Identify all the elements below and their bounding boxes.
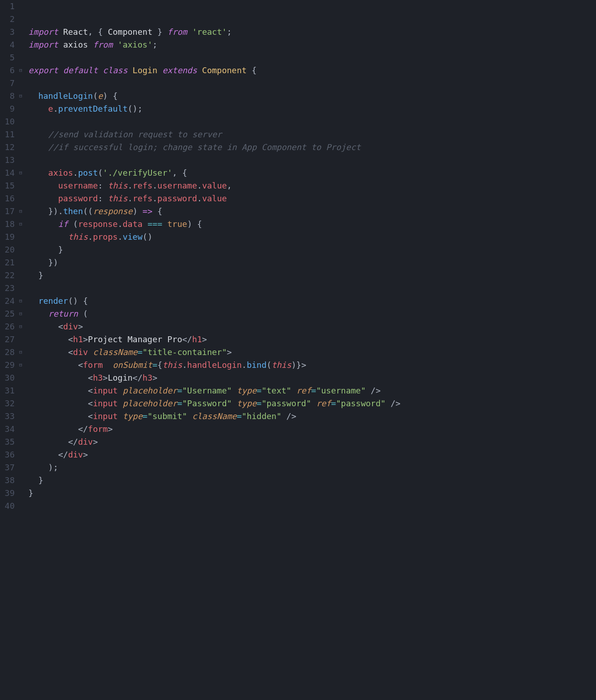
code-content[interactable]: import axios from 'axios'; — [28, 38, 596, 51]
code-content[interactable]: handleLogin(e) { — [28, 90, 596, 102]
code-line[interactable]: 35 </div> — [0, 436, 596, 448]
code-content[interactable]: </form> — [28, 423, 596, 436]
code-line[interactable]: 40 — [0, 500, 596, 512]
code-content[interactable]: axios.post('./verifyUser', { — [28, 167, 596, 179]
code-line[interactable]: 24⊟ render() { — [0, 295, 596, 307]
fold-gutter[interactable]: ⊟ — [19, 205, 28, 218]
code-content[interactable] — [28, 77, 596, 90]
code-content[interactable]: //send validation request to server — [28, 128, 596, 141]
code-content[interactable]: } — [28, 487, 596, 500]
fold-gutter[interactable]: ⊟ — [19, 307, 28, 320]
code-content[interactable]: }) — [28, 256, 596, 269]
code-line[interactable]: 4import axios from 'axios'; — [0, 38, 596, 51]
fold-gutter[interactable]: ⊟ — [19, 167, 28, 179]
fold-toggle-icon[interactable]: ⊟ — [19, 349, 22, 355]
code-line[interactable]: 34 </form> — [0, 423, 596, 436]
code-content[interactable]: } — [28, 474, 596, 487]
code-content[interactable]: username: this.refs.username.value, — [28, 179, 596, 192]
code-content[interactable]: <h3>Login</h3> — [28, 372, 596, 384]
fold-toggle-icon[interactable]: ⊟ — [19, 362, 22, 368]
fold-toggle-icon[interactable]: ⊟ — [19, 221, 22, 227]
fold-gutter[interactable]: ⊟ — [19, 346, 28, 359]
code-line[interactable]: 10 — [0, 115, 596, 128]
code-line[interactable]: 33 <input type="submit" className="hidde… — [0, 410, 596, 423]
code-line[interactable]: 29⊟ <form onSubmit={this.handleLogin.bin… — [0, 359, 596, 372]
fold-gutter[interactable]: ⊟ — [19, 218, 28, 231]
code-line[interactable]: 26⊟ <div> — [0, 320, 596, 333]
code-line[interactable]: 11 //send validation request to server — [0, 128, 596, 141]
fold-toggle-icon[interactable]: ⊟ — [19, 208, 22, 214]
code-line[interactable]: 8⊟ handleLogin(e) { — [0, 90, 596, 102]
code-content[interactable] — [28, 13, 596, 26]
code-content[interactable]: <input placeholder="Password" type="pass… — [28, 397, 596, 410]
code-line[interactable]: 13 — [0, 154, 596, 167]
code-content[interactable]: } — [28, 243, 596, 256]
code-line[interactable]: 23 — [0, 282, 596, 295]
code-content[interactable]: }).then((response) => { — [28, 205, 596, 218]
code-content[interactable]: export default class Login extends Compo… — [28, 64, 596, 77]
code-line[interactable]: 9 e.preventDefault(); — [0, 102, 596, 115]
code-line[interactable]: 32 <input placeholder="Password" type="p… — [0, 397, 596, 410]
code-line[interactable]: 2 — [0, 13, 596, 26]
code-line[interactable]: 38 } — [0, 474, 596, 487]
code-content[interactable]: import React, { Component } from 'react'… — [28, 26, 596, 38]
code-content[interactable]: <div> — [28, 320, 596, 333]
fold-toggle-icon[interactable]: ⊟ — [19, 170, 22, 176]
code-content[interactable] — [28, 154, 596, 167]
code-line[interactable]: 14⊟ axios.post('./verifyUser', { — [0, 167, 596, 179]
code-line[interactable]: 25⊟ return ( — [0, 307, 596, 320]
fold-toggle-icon[interactable]: ⊟ — [19, 67, 22, 73]
code-content[interactable]: if (response.data === true) { — [28, 218, 596, 231]
code-line[interactable]: 3import React, { Component } from 'react… — [0, 26, 596, 38]
code-content[interactable]: <form onSubmit={this.handleLogin.bind(th… — [28, 359, 596, 372]
code-line[interactable]: 28⊟ <div className="title-container"> — [0, 346, 596, 359]
code-content[interactable] — [28, 500, 596, 512]
code-content[interactable]: </div> — [28, 436, 596, 448]
code-line[interactable]: 30 <h3>Login</h3> — [0, 372, 596, 384]
code-line[interactable]: 1 — [0, 0, 596, 13]
code-content[interactable]: //if successful login; change state in A… — [28, 141, 596, 154]
code-line[interactable]: 7 — [0, 77, 596, 90]
code-line[interactable]: 18⊟ if (response.data === true) { — [0, 218, 596, 231]
code-content[interactable]: </div> — [28, 448, 596, 461]
code-content[interactable]: <input placeholder="Username" type="text… — [28, 384, 596, 397]
code-content[interactable] — [28, 282, 596, 295]
fold-toggle-icon[interactable]: ⊟ — [19, 298, 22, 304]
code-content[interactable]: e.preventDefault(); — [28, 102, 596, 115]
code-line[interactable]: 21 }) — [0, 256, 596, 269]
code-line[interactable]: 39} — [0, 487, 596, 500]
code-content[interactable]: } — [28, 269, 596, 282]
code-content[interactable]: render() { — [28, 295, 596, 307]
code-line[interactable]: 6⊟export default class Login extends Com… — [0, 64, 596, 77]
fold-gutter[interactable]: ⊟ — [19, 295, 28, 307]
code-line[interactable]: 37 ); — [0, 461, 596, 474]
code-line[interactable]: 15 username: this.refs.username.value, — [0, 179, 596, 192]
code-line[interactable]: 12 //if successful login; change state i… — [0, 141, 596, 154]
code-line[interactable]: 36 </div> — [0, 448, 596, 461]
code-content[interactable]: return ( — [28, 307, 596, 320]
code-line[interactable]: 16 password: this.refs.password.value — [0, 192, 596, 205]
code-content[interactable]: <div className="title-container"> — [28, 346, 596, 359]
code-content[interactable]: ); — [28, 461, 596, 474]
fold-toggle-icon[interactable]: ⊟ — [19, 323, 22, 329]
code-content[interactable]: this.props.view() — [28, 231, 596, 243]
fold-gutter[interactable]: ⊟ — [19, 359, 28, 372]
code-line[interactable]: 5 — [0, 51, 596, 64]
code-line[interactable]: 19 this.props.view() — [0, 231, 596, 243]
fold-gutter[interactable]: ⊟ — [19, 320, 28, 333]
code-line[interactable]: 27 <h1>Project Manager Pro</h1> — [0, 333, 596, 346]
code-content[interactable]: <input type="submit" className="hidden" … — [28, 410, 596, 423]
code-content[interactable] — [28, 51, 596, 64]
code-line[interactable]: 17⊟ }).then((response) => { — [0, 205, 596, 218]
code-content[interactable]: <h1>Project Manager Pro</h1> — [28, 333, 596, 346]
code-editor[interactable]: 123import React, { Component } from 'rea… — [0, 0, 596, 512]
code-line[interactable]: 22 } — [0, 269, 596, 282]
fold-toggle-icon[interactable]: ⊟ — [19, 93, 22, 99]
fold-gutter[interactable]: ⊟ — [19, 90, 28, 102]
fold-gutter[interactable]: ⊟ — [19, 64, 28, 77]
fold-toggle-icon[interactable]: ⊟ — [19, 311, 22, 317]
code-line[interactable]: 31 <input placeholder="Username" type="t… — [0, 384, 596, 397]
code-line[interactable]: 20 } — [0, 243, 596, 256]
code-content[interactable]: password: this.refs.password.value — [28, 192, 596, 205]
code-content[interactable] — [28, 115, 596, 128]
